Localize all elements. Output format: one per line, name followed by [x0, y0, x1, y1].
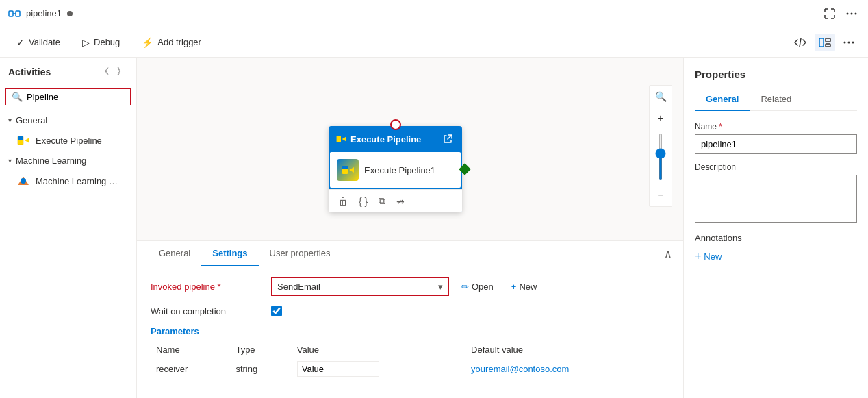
search-box: 🔍 — [5, 88, 131, 105]
svg-point-16 — [21, 178, 26, 184]
pipeline-icon — [8, 8, 21, 20]
toolbar-right — [791, 34, 857, 51]
props-description-textarea[interactable] — [695, 175, 857, 223]
svg-rect-6 — [819, 38, 824, 47]
section-general[interactable]: ▾ General — [0, 111, 136, 129]
param-name: receiver — [151, 358, 230, 380]
collapse-bottom-button[interactable]: ∧ — [664, 247, 672, 260]
top-bar-right — [821, 5, 860, 22]
wait-completion-label: Wait on completion — [151, 306, 260, 316]
top-bar: pipeline1 — [0, 0, 868, 27]
svg-rect-17 — [337, 136, 341, 142]
required-marker: * — [218, 282, 221, 292]
props-annotations-label: Annotations — [695, 233, 857, 243]
sidebar-controls: 《 》 — [98, 63, 128, 80]
svg-marker-18 — [342, 137, 346, 141]
sidebar-title: Activities — [8, 66, 51, 77]
trigger-icon: ⚡ — [142, 37, 153, 48]
bottom-tabs: General Settings User properties ∧ — [137, 241, 683, 266]
bottom-panel: General Settings User properties ∧ Invok… — [137, 240, 683, 398]
activity-node[interactable]: Execute Pipeline Execute Pipeline — [329, 126, 462, 212]
node-label: Execute Pipeline1 — [364, 165, 435, 175]
section-machine-learning[interactable]: ▾ Machine Learning — [0, 151, 136, 170]
wait-completion-checkbox[interactable] — [271, 306, 282, 316]
svg-point-4 — [851, 12, 853, 14]
expand-button[interactable] — [821, 5, 838, 22]
select-arrow-icon: ▾ — [438, 282, 443, 292]
node-open-button[interactable] — [440, 132, 455, 147]
zoom-search-button[interactable]: 🔍 — [650, 86, 672, 108]
node-copy-button[interactable]: ⧉ — [377, 194, 387, 208]
svg-point-3 — [847, 12, 849, 14]
param-value-cell — [292, 358, 465, 380]
invoked-pipeline-row: Invoked pipeline * SendEmail ▾ ✏ Open — [151, 277, 669, 296]
props-tab-related[interactable]: Related — [750, 88, 802, 111]
plus-annotation-icon: + — [695, 250, 701, 262]
invoked-pipeline-label: Invoked pipeline * — [151, 282, 260, 292]
zoom-in-button[interactable]: + — [650, 108, 672, 129]
execute-pipeline-icon — [16, 134, 30, 147]
node-arrow-button[interactable]: ↛ — [395, 195, 406, 208]
props-tab-general[interactable]: General — [695, 88, 750, 111]
activity-ml-execute[interactable]: Machine Learning Exe... ⠿ — [0, 170, 136, 192]
unsaved-dot — [67, 11, 73, 16]
param-value-input[interactable] — [297, 361, 379, 377]
tab-general[interactable]: General — [148, 241, 201, 266]
param-type: string — [230, 358, 291, 380]
add-trigger-button[interactable]: ⚡ Add trigger — [136, 34, 207, 51]
ml-icon — [16, 174, 30, 188]
tab-user-properties[interactable]: User properties — [259, 241, 342, 266]
toolbar: ✓ Validate ▷ Debug ⚡ Add trigger — [0, 27, 868, 58]
svg-rect-20 — [342, 166, 348, 169]
canvas-area[interactable]: Execute Pipeline Execute Pipeline — [137, 58, 683, 240]
name-required: * — [719, 122, 722, 132]
tab-settings[interactable]: Settings — [201, 241, 258, 266]
props-description-label: Description — [695, 162, 857, 172]
node-code-button[interactable]: { } — [357, 195, 369, 208]
more-options-button[interactable] — [843, 10, 860, 18]
open-pipeline-button[interactable]: ✏ Open — [456, 278, 499, 295]
new-pipeline-button[interactable]: + New — [506, 278, 543, 295]
invoked-pipeline-select[interactable]: SendEmail ▾ — [271, 277, 449, 296]
sidebar-header: Activities 《 》 — [0, 58, 136, 86]
zoom-slider-container — [650, 129, 672, 184]
col-default: Default value — [465, 342, 669, 358]
code-button[interactable] — [791, 34, 809, 51]
chevron-down-icon: ▾ — [8, 116, 12, 124]
node-top-connector — [390, 119, 401, 130]
validate-button[interactable]: ✓ Validate — [11, 34, 66, 51]
svg-rect-13 — [18, 136, 23, 140]
node-icon — [337, 159, 359, 181]
toolbar-more-button[interactable] — [841, 38, 857, 47]
debug-button[interactable]: ▷ Debug — [77, 34, 125, 51]
svg-rect-7 — [826, 38, 830, 42]
props-name-input[interactable] — [695, 134, 857, 154]
sidebar: Activities 《 》 🔍 ▾ General Execute Pipel… — [0, 58, 137, 398]
svg-rect-8 — [826, 44, 830, 47]
node-right-connector — [459, 164, 471, 175]
col-type: Type — [230, 342, 291, 358]
node-actions: 🗑 { } ⧉ ↛ — [329, 189, 462, 212]
activity-execute-pipeline[interactable]: Execute Pipeline ⠿ — [0, 129, 136, 151]
zoom-controls: 🔍 + − — [649, 85, 672, 207]
zoom-slider[interactable] — [659, 133, 662, 181]
wait-completion-checkbox-wrapper — [271, 306, 282, 316]
search-icon: 🔍 — [12, 92, 23, 102]
chevron-down-icon-ml: ▾ — [8, 157, 12, 164]
toggle-sidebar-button[interactable]: 》 — [114, 63, 128, 80]
node-delete-button[interactable]: 🗑 — [337, 195, 349, 208]
zoom-out-button[interactable]: − — [650, 184, 672, 206]
pipeline-select-wrapper: SendEmail ▾ ✏ Open + New — [271, 277, 542, 296]
collapse-sidebar-button[interactable]: 《 — [98, 63, 112, 80]
properties-tabs: General Related — [695, 88, 857, 111]
svg-point-5 — [855, 12, 857, 14]
svg-marker-21 — [349, 167, 354, 173]
props-name-field: Name * — [695, 122, 857, 154]
wait-completion-row: Wait on completion — [151, 306, 669, 316]
search-input[interactable] — [27, 92, 125, 102]
col-name: Name — [151, 342, 230, 358]
view-button[interactable] — [815, 34, 835, 51]
parameters-title: Parameters — [151, 326, 669, 336]
add-annotation-button[interactable]: + New — [695, 249, 722, 264]
parameters-table: Name Type Value Default value receiver s… — [151, 342, 669, 380]
